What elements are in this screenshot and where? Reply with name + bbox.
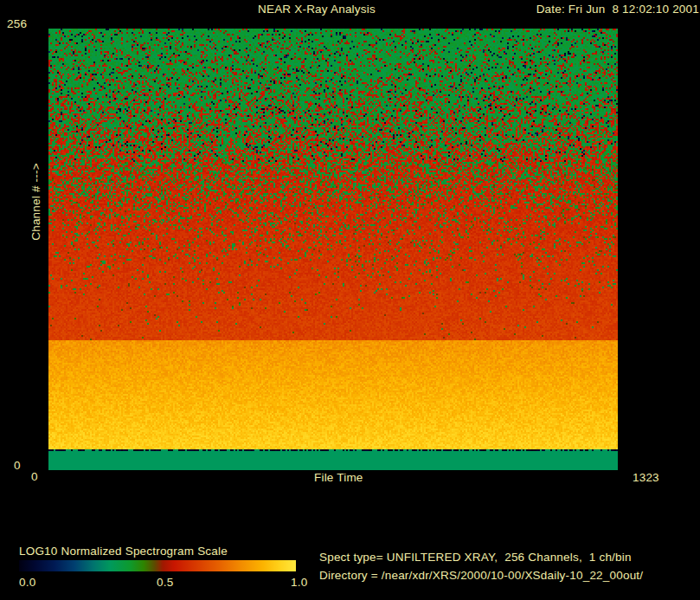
- colorbar-title: LOG10 Normalized Spectrogram Scale: [19, 545, 228, 558]
- app-title: NEAR X-Ray Analysis: [258, 3, 376, 16]
- y-axis-max-label: 256: [7, 18, 27, 30]
- app-window: NEAR X-Ray Analysis Date: Fri Jun 8 12:0…: [0, 0, 700, 600]
- x-axis-min-label: 0: [31, 471, 38, 483]
- colorbar-gradient: [19, 560, 296, 571]
- colorbar-tick-min: 0.0: [19, 577, 35, 589]
- spectrogram-canvas: [48, 29, 618, 470]
- x-axis-max-label: 1323: [633, 472, 659, 484]
- x-axis-title: File Time: [314, 472, 363, 484]
- spect-type-info: Spect type= UNFILTERED XRAY, 256 Channel…: [319, 552, 632, 564]
- colorbar-tick-mid: 0.5: [157, 577, 173, 589]
- y-axis-title: Channel # --->: [29, 163, 42, 240]
- y-axis-min-label: 0: [14, 460, 21, 472]
- colorbar-tick-max: 1.0: [291, 577, 307, 589]
- datetime-label: Date: Fri Jun 8 12:02:10 2001: [536, 3, 699, 16]
- directory-info: Directory = /near/xdr/XRS/2000/10-00/XSd…: [319, 570, 643, 582]
